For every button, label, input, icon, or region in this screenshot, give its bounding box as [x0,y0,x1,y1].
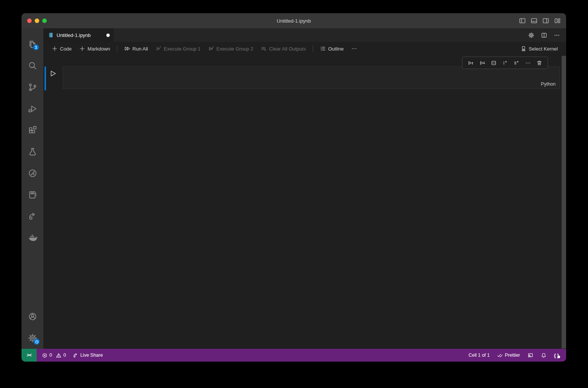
cell-position-item[interactable]: Cell 1 of 1 [468,353,490,358]
live-share-item[interactable]: Live Share [73,353,103,358]
toolbar-separator [117,46,117,52]
add-to-group-1-icon[interactable] [502,60,508,66]
execute-group-2-button[interactable]: Execute Group 2 [205,44,256,53]
clock-icon [35,340,39,344]
problems-item[interactable]: 0 0 [42,353,66,358]
sidebar-item-source-control[interactable] [23,77,41,98]
warning-count: 0 [63,353,66,358]
select-kernel-button[interactable]: Select Kernel [517,44,561,53]
sidebar-item-notebook[interactable] [23,184,41,206]
add-code-cell-button[interactable]: Code [49,44,75,53]
error-icon [42,353,48,358]
explorer-badge: 1 [33,44,39,51]
tab-untitled-ipynb[interactable]: Untitled-1.ipynb [43,28,114,42]
select-kernel-label: Select Kernel [529,46,558,52]
sidebar-item-run-debug[interactable] [23,98,41,120]
prettier-label: Prettier [505,353,520,358]
plus-icon [52,46,58,52]
cell-gutter [43,66,63,89]
sidebar-item-docker[interactable] [23,227,41,248]
notebook-settings-gear-icon[interactable] [528,32,534,38]
notebook-toolbar: Code Markdown Run All Exec [43,42,566,55]
cell-focus-bar [45,66,46,90]
editor-actions [528,28,566,42]
plus-icon [79,46,85,52]
more-actions-icon [351,46,357,52]
window-title: Untitled-1.ipynb [277,18,311,24]
notebook-file-icon [48,32,54,38]
sidebar-item-testing[interactable] [23,141,41,163]
notifications-item[interactable] [541,353,547,358]
split-cell-icon[interactable] [491,60,497,66]
remote-indicator[interactable]: >< [21,349,37,362]
status-bar-left: 0 0 Live Share [37,353,103,358]
settings-button[interactable] [23,327,41,349]
toggle-secondary-sidebar-icon[interactable] [542,17,549,24]
settings-update-badge [34,339,40,345]
toolbar-more-button[interactable] [348,44,360,53]
tab-label: Untitled-1.ipynb [57,32,104,38]
execute-group-1-button[interactable]: Execute Group 1 [152,44,204,53]
beaker-icon [28,147,37,156]
kernel-icon [520,46,527,52]
minimize-window-button[interactable] [35,18,39,23]
execute-cell-and-below-icon[interactable] [479,60,485,66]
tab-bar: Untitled-1.ipynb [43,28,566,42]
extensions-icon [28,126,37,135]
warning-icon [56,353,61,358]
sidebar-item-git-graph[interactable] [23,163,41,184]
search-icon [28,61,37,71]
cell-language-picker[interactable]: Python [541,81,556,87]
outline-button[interactable]: Outline [317,44,347,53]
toolbar-separator [313,46,313,52]
accounts-button[interactable] [23,306,41,327]
braces-indicator[interactable]: { } [554,353,559,358]
notebook-editor: Python [43,55,566,349]
status-bar: >< 0 0 Live Share Cell 1 of 1 [21,349,566,362]
sidebar-item-explorer[interactable]: 1 [23,34,41,55]
braces-dot [557,356,560,358]
clear-all-outputs-label: Clear All Outputs [269,46,306,52]
unsaved-changes-dot[interactable] [106,34,110,37]
prettier-item[interactable]: Prettier [497,353,520,358]
customize-layout-icon[interactable] [554,17,561,24]
sidebar-item-live-share[interactable] [23,206,41,227]
vscode-window: Untitled-1.ipynb 1 [21,13,566,362]
execute-group-1-icon [155,46,161,52]
split-editor-icon[interactable] [541,32,547,38]
notebook-icon [28,190,37,199]
execute-group-2-label: Execute Group 2 [216,46,253,52]
more-actions-icon[interactable] [554,32,560,38]
cell-more-actions-icon[interactable] [525,60,531,66]
feedback-item[interactable] [528,353,533,358]
add-to-group-2-icon[interactable] [513,60,519,66]
docker-icon [28,233,37,242]
run-all-button[interactable]: Run All [121,44,151,53]
account-icon [28,312,37,321]
add-code-label: Code [60,46,72,52]
execute-group-1-label: Execute Group 1 [164,46,201,52]
run-all-label: Run All [132,46,148,52]
person-board-icon [528,353,533,358]
run-cell-button[interactable] [49,69,58,78]
activity-bar: 1 [21,28,43,349]
layout-controls [519,13,561,28]
sidebar-item-extensions[interactable] [23,120,41,141]
close-window-button[interactable] [27,18,32,23]
zoom-window-button[interactable] [42,18,47,23]
cell-code-editor[interactable]: Python [63,66,560,89]
check-all-icon [497,353,503,358]
play-icon [49,69,57,78]
add-markdown-cell-button[interactable]: Markdown [76,44,113,53]
vertical-scrollbar[interactable] [562,56,566,348]
toggle-panel-icon[interactable] [531,17,537,24]
delete-cell-icon[interactable] [536,60,542,66]
editor-column: Untitled-1.ipynb [43,28,566,349]
traffic-lights [27,13,47,28]
error-count: 0 [49,353,52,358]
execute-above-cells-icon[interactable] [468,60,474,66]
toggle-primary-sidebar-icon[interactable] [519,17,526,24]
run-debug-icon [28,104,37,113]
sidebar-item-search[interactable] [23,55,41,77]
clear-all-outputs-button[interactable]: Clear All Outputs [258,44,309,53]
